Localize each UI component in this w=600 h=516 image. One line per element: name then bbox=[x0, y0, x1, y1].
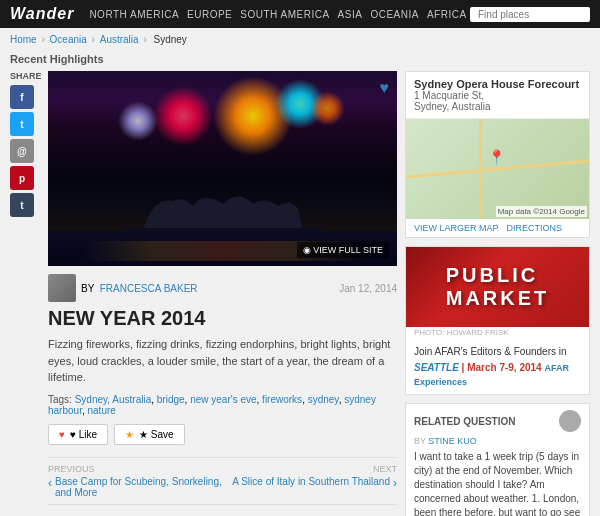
save-button[interactable]: ★ ★ Save bbox=[114, 424, 185, 445]
firework-4 bbox=[118, 101, 158, 141]
author-row: BY FRANCESCA BAKER Jan 12, 2014 bbox=[48, 274, 397, 302]
questioner-avatar bbox=[559, 410, 581, 432]
afar-body: Join AFAR's Editors & Founders in SEATTL… bbox=[406, 340, 589, 394]
next-link[interactable]: A Slice of Italy in Southern Thailand › bbox=[223, 476, 398, 490]
tag-bridge[interactable]: bridge bbox=[157, 394, 185, 405]
nav-oceania[interactable]: OCEANIA bbox=[370, 9, 419, 20]
previous-label: PREVIOUS bbox=[48, 464, 223, 474]
firework-2 bbox=[153, 86, 213, 146]
map-links: VIEW LARGER MAP DIRECTIONS bbox=[406, 219, 589, 237]
author-name: BY FRANCESCA BAKER bbox=[81, 283, 198, 294]
nav-asia[interactable]: ASIA bbox=[338, 9, 363, 20]
afar-image: PUBLICMARKET bbox=[406, 247, 589, 327]
breadcrumb-australia[interactable]: Australia bbox=[100, 34, 139, 45]
by-label: BY bbox=[81, 283, 94, 294]
questioner-name-link[interactable]: STINE KUO bbox=[428, 436, 477, 446]
firework-5 bbox=[310, 91, 345, 126]
heart-icon: ♥ bbox=[59, 429, 65, 440]
like-button[interactable]: ♥ ♥ Like bbox=[48, 424, 108, 445]
previous-link[interactable]: ‹ Base Camp for Scubeing, Snorkeling, an… bbox=[48, 476, 223, 498]
related-question-title: RELATED QUESTION bbox=[414, 416, 515, 427]
content-area: SHARE f t @ p t bbox=[0, 71, 600, 516]
map-data-label: Map data ©2014 Google bbox=[496, 206, 587, 217]
article-title: NEW YEAR 2014 bbox=[48, 307, 397, 330]
prev-next-navigation: PREVIOUS ‹ Base Camp for Scubeing, Snork… bbox=[48, 457, 397, 505]
tag-fireworks[interactable]: fireworks bbox=[262, 394, 302, 405]
tag-nature[interactable]: nature bbox=[87, 405, 115, 416]
map-background: 📍 Map data ©2014 Google bbox=[406, 119, 589, 219]
hero-image: ♥ ◉ VIEW FULL SITE bbox=[48, 71, 397, 266]
afar-join-text: Join AFAR's Editors & Founders in bbox=[414, 345, 581, 359]
section-title: Recent Highlights bbox=[0, 51, 600, 71]
nav-europe[interactable]: EUROPE bbox=[187, 9, 232, 20]
questioner-byline: BY STINE KUO bbox=[414, 436, 581, 446]
view-full-site-button[interactable]: ◉ VIEW FULL SITE bbox=[297, 242, 389, 258]
next-block: NEXT A Slice of Italy in Southern Thaila… bbox=[223, 464, 398, 498]
tags-section: Tags: Sydney, Australia, bridge, new yea… bbox=[48, 394, 397, 416]
public-market-text: PUBLICMARKET bbox=[446, 264, 550, 310]
breadcrumb-current: Sydney bbox=[154, 34, 187, 45]
tag-sydney[interactable]: sydney bbox=[308, 394, 339, 405]
share-facebook-button[interactable]: f bbox=[10, 85, 34, 109]
author-info: BY FRANCESCA BAKER bbox=[48, 274, 339, 302]
nav-south-america[interactable]: SOUTH AMERICA bbox=[240, 9, 329, 20]
main-nav: NORTH AMERICA EUROPE SOUTH AMERICA ASIA … bbox=[89, 9, 470, 20]
share-label: SHARE bbox=[10, 71, 40, 81]
breadcrumb-oceania[interactable]: Oceania bbox=[50, 34, 87, 45]
previous-title: Base Camp for Scubeing, Snorkeling, and … bbox=[55, 476, 223, 498]
action-buttons: ♥ ♥ Like ★ ★ Save bbox=[48, 424, 397, 445]
afar-date: | March 7-9, 2014 bbox=[462, 362, 542, 373]
prev-arrow-icon: ‹ bbox=[48, 476, 52, 490]
related-question-card: RELATED QUESTION BY STINE KUO I want to … bbox=[405, 403, 590, 516]
related-question-header: RELATED QUESTION bbox=[414, 410, 581, 432]
share-twitter-button[interactable]: t bbox=[10, 112, 34, 136]
map-image: 📍 Map data ©2014 Google bbox=[406, 119, 589, 219]
tag-sydney-australia[interactable]: Sydney, Australia bbox=[75, 394, 152, 405]
afar-photo-credit: PHOTO: HOWARD FRISK bbox=[406, 327, 589, 340]
map-road-vertical bbox=[479, 119, 482, 219]
previous-block: PREVIOUS ‹ Base Camp for Scubeing, Snork… bbox=[48, 464, 223, 498]
map-location-title: Sydney Opera House Forecourt bbox=[414, 78, 581, 90]
map-location-address: 1 Macquarie St, Sydney, Australia bbox=[414, 90, 581, 112]
favorite-icon[interactable]: ♥ bbox=[380, 79, 390, 97]
map-card: Sydney Opera House Forecourt 1 Macquarie… bbox=[405, 71, 590, 238]
next-label: NEXT bbox=[223, 464, 398, 474]
afar-advertisement: PUBLICMARKET PHOTO: HOWARD FRISK Join AF… bbox=[405, 246, 590, 395]
view-larger-map-link[interactable]: VIEW LARGER MAP bbox=[414, 223, 499, 233]
logo: Wander bbox=[10, 5, 74, 23]
next-arrow-icon: › bbox=[393, 476, 397, 490]
hero-section: ♥ ◉ VIEW FULL SITE bbox=[48, 71, 397, 266]
author-avatar bbox=[48, 274, 76, 302]
star-icon: ★ bbox=[125, 429, 134, 440]
question-text: I want to take a 1 week trip (5 days in … bbox=[414, 450, 581, 516]
share-email-button[interactable]: @ bbox=[10, 139, 34, 163]
afar-seattle[interactable]: SEATTLE bbox=[414, 362, 459, 373]
share-tumblr-button[interactable]: t bbox=[10, 193, 34, 217]
tag-new-years-eve[interactable]: new year's eve bbox=[190, 394, 256, 405]
search-input[interactable] bbox=[470, 7, 590, 22]
breadcrumb: Home › Oceania › Australia › Sydney bbox=[0, 28, 600, 51]
nav-africa[interactable]: AFRICA bbox=[427, 9, 467, 20]
directions-link[interactable]: DIRECTIONS bbox=[507, 223, 563, 233]
tags-label: Tags: bbox=[48, 394, 72, 405]
main-content: ♥ ◉ VIEW FULL SITE BY FRANCESCA BAKER Ja… bbox=[48, 71, 397, 516]
post-date: Jan 12, 2014 bbox=[339, 283, 397, 294]
author-link[interactable]: FRANCESCA BAKER bbox=[100, 283, 198, 294]
map-location: Sydney Opera House Forecourt 1 Macquarie… bbox=[406, 72, 589, 119]
breadcrumb-home[interactable]: Home bbox=[10, 34, 37, 45]
share-sidebar: SHARE f t @ p t bbox=[10, 71, 40, 516]
right-sidebar: Sydney Opera House Forecourt 1 Macquarie… bbox=[405, 71, 590, 516]
opera-house-silhouette bbox=[123, 186, 323, 231]
share-pinterest-button[interactable]: p bbox=[10, 166, 34, 190]
nav-north-america[interactable]: NORTH AMERICA bbox=[89, 9, 179, 20]
article-body: Fizzing fireworks, fizzing drinks, fizzi… bbox=[48, 336, 397, 386]
next-title: A Slice of Italy in Southern Thailand bbox=[232, 476, 390, 487]
header: Wander NORTH AMERICA EUROPE SOUTH AMERIC… bbox=[0, 0, 600, 28]
map-pin-icon: 📍 bbox=[488, 149, 505, 165]
